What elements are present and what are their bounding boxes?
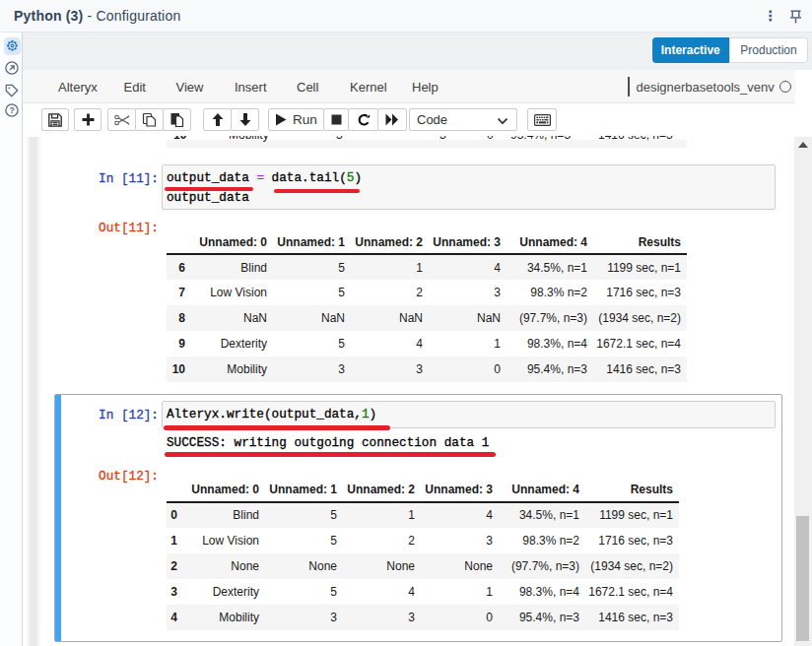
svg-text:?: ? — [10, 105, 15, 115]
